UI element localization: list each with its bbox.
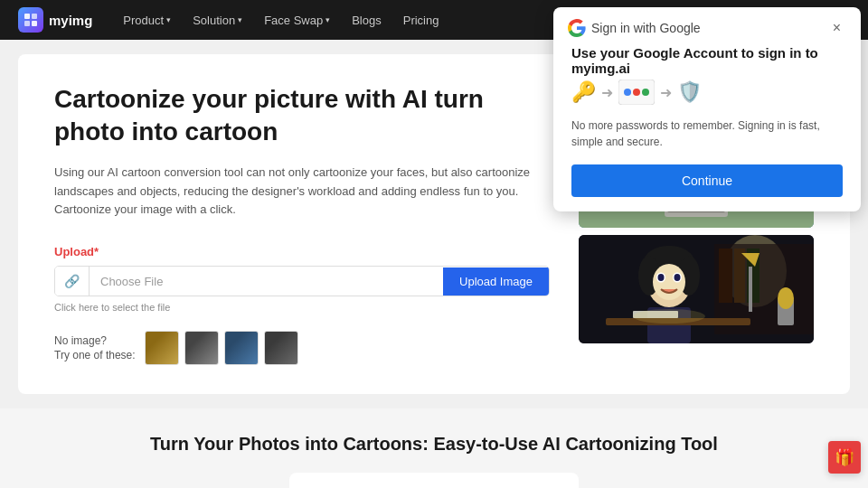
nav-product[interactable]: Product ▾ xyxy=(114,8,180,33)
upload-row: 🔗 Choose File Upload Image xyxy=(54,266,550,296)
feature-cards: AI turn photo into cartoon with one Clic… xyxy=(18,473,850,488)
google-signin-popup: Sign in with Google × Use your Google Ac… xyxy=(553,7,861,211)
nav-solution[interactable]: Solution ▾ xyxy=(184,8,251,33)
google-title-text: Sign in with Google xyxy=(591,21,701,35)
svg-rect-23 xyxy=(734,249,745,303)
svg-rect-3 xyxy=(32,21,37,26)
gift-icon: 🎁 xyxy=(835,447,854,467)
svg-point-39 xyxy=(633,309,705,324)
popup-body: Use your Google Account to sign in to my… xyxy=(553,45,861,211)
upload-hint: Click here to select the file xyxy=(54,302,550,313)
upload-image-button[interactable]: Upload Image xyxy=(443,267,549,296)
popup-icons-area: 🔑 ➜ ➜ 🛡️ xyxy=(571,80,843,105)
no-image-label: No image? xyxy=(54,334,136,347)
popup-description: No more passwords to remember. Signing i… xyxy=(571,117,843,150)
arrow-icon-2: ➜ xyxy=(660,84,672,101)
svg-rect-1 xyxy=(32,14,37,19)
svg-point-41 xyxy=(778,287,794,309)
svg-rect-0 xyxy=(24,14,30,19)
hero-image-bottom xyxy=(579,235,814,343)
svg-point-31 xyxy=(653,264,685,300)
svg-point-59 xyxy=(633,89,640,96)
svg-rect-2 xyxy=(24,21,30,26)
sample-image-1[interactable] xyxy=(145,331,179,365)
popup-header: Sign in with Google × xyxy=(553,7,861,45)
logo[interactable]: myimg xyxy=(18,7,92,33)
sample-image-4[interactable] xyxy=(264,331,298,365)
required-marker: * xyxy=(94,245,99,258)
chevron-down-icon: ▾ xyxy=(238,15,242,24)
popup-main-title: Use your Google Account to sign in to my… xyxy=(571,45,843,76)
try-one-label: Try one of these: xyxy=(54,349,136,361)
svg-point-35 xyxy=(675,274,681,281)
logo-icon xyxy=(18,7,43,33)
popup-close-button[interactable]: × xyxy=(827,18,846,38)
svg-point-33 xyxy=(658,274,665,281)
key-icon: 🔑 xyxy=(571,80,596,104)
file-name-display: Choose File xyxy=(90,267,443,296)
left-panel: Cartoonize your picture with AI turn pho… xyxy=(54,83,550,365)
logo-text: myimg xyxy=(49,13,92,28)
shield-icon: 🛡️ xyxy=(677,80,702,104)
svg-point-58 xyxy=(624,89,631,96)
upload-label: Upload* xyxy=(54,245,550,258)
continue-button[interactable]: Continue xyxy=(571,164,843,197)
sample-image-2[interactable] xyxy=(184,331,219,365)
sample-row: No image? Try one of these: xyxy=(54,331,550,365)
svg-rect-26 xyxy=(749,267,752,312)
feature-card-1: AI turn photo into cartoon with one Clic… xyxy=(289,473,579,488)
hero-description: Using our AI cartoon conversion tool can… xyxy=(54,164,550,220)
password-display-icon xyxy=(618,80,655,105)
chevron-down-icon: ▾ xyxy=(166,15,171,24)
section-title: Turn Your Photos into Cartoons: Easy-to-… xyxy=(18,434,850,455)
svg-point-60 xyxy=(642,89,649,96)
svg-rect-22 xyxy=(719,249,732,303)
arrow-icon: ➜ xyxy=(601,84,613,101)
chevron-down-icon: ▾ xyxy=(326,15,330,24)
hero-title: Cartoonize your picture with AI turn pho… xyxy=(54,83,550,149)
sample-image-3[interactable] xyxy=(224,331,259,365)
google-g-icon xyxy=(568,19,586,37)
google-logo: Sign in with Google xyxy=(568,19,701,37)
below-section: Turn Your Photos into Cartoons: Easy-to-… xyxy=(0,408,868,488)
gift-button[interactable]: 🎁 xyxy=(828,441,861,474)
nav-pricing[interactable]: Pricing xyxy=(394,8,448,33)
link-icon: 🔗 xyxy=(55,267,90,296)
sample-images xyxy=(145,331,298,365)
nav-blogs[interactable]: Blogs xyxy=(343,8,391,33)
nav-faceswap[interactable]: Face Swap ▾ xyxy=(255,8,339,33)
